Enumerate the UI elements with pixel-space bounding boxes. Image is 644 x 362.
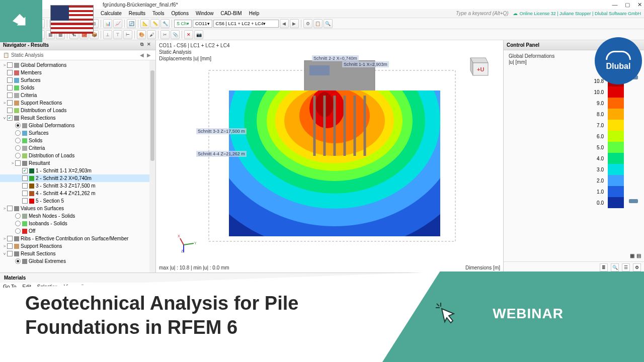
tree-item[interactable]: Members	[0, 69, 155, 76]
checkbox[interactable]	[7, 77, 13, 83]
tree-item[interactable]: Distribution of Loads	[0, 152, 155, 159]
radio[interactable]	[15, 258, 21, 264]
tree-item[interactable]: Criteria	[0, 144, 155, 152]
checkbox[interactable]	[22, 198, 28, 204]
tree-item[interactable]: >Values on Surfaces	[0, 205, 155, 212]
load-case-combo[interactable]: CO11 ▾	[193, 20, 212, 28]
checkbox[interactable]	[7, 243, 13, 249]
navigator-tree[interactable]: >Global DeformationsMembersSurfacesSolid…	[0, 60, 155, 273]
analysis-type-combo[interactable]: S Ch ▾	[174, 20, 192, 28]
tree-item[interactable]: Global Deformations	[0, 122, 155, 129]
tree-item[interactable]: 4 - Schnitt 4-4 Z=21,262 m	[0, 190, 155, 197]
tb-refresh-icon[interactable]: 🔄	[127, 19, 136, 28]
cp-gear-icon[interactable]: ⚙	[633, 263, 641, 272]
tree-item[interactable]: Global Extremes	[0, 257, 155, 265]
checkbox[interactable]	[7, 70, 13, 75]
tree-item[interactable]: vResult Sections	[0, 114, 155, 122]
checkbox[interactable]	[22, 175, 28, 181]
panel-pin-icon[interactable]: ⧉	[138, 42, 145, 49]
tree-item[interactable]: Criteria	[0, 92, 155, 99]
checkbox[interactable]	[7, 251, 13, 256]
viewport-3d[interactable]: CO11 - CS6 | LC1 + LC2 + LC4 Static Anal…	[156, 40, 503, 273]
tb-btn[interactable]: 🔧	[160, 19, 170, 28]
navigator-subheader[interactable]: 📋 Static Analysis ◀ ▶	[0, 50, 155, 60]
radio[interactable]	[15, 123, 21, 128]
checkbox[interactable]	[22, 168, 28, 173]
tb-btn[interactable]: 🎨	[137, 30, 146, 39]
checkbox[interactable]	[7, 236, 13, 241]
checkbox[interactable]	[7, 62, 13, 68]
menu-calculate[interactable]: Calculate	[101, 11, 122, 16]
menu-results[interactable]: Results	[129, 11, 145, 16]
cp-list-icon[interactable]: ≣	[600, 263, 608, 272]
tree-item[interactable]: Isobands - Solids	[0, 220, 155, 227]
close-icon[interactable]: ✕	[637, 2, 642, 8]
tree-item[interactable]: 2 - Schnitt 2-2 X=0,740m	[0, 174, 155, 182]
checkbox[interactable]	[15, 160, 21, 166]
radio[interactable]	[15, 221, 21, 226]
tb-btn[interactable]: 📐	[140, 19, 149, 28]
menu-cadbim[interactable]: CAD-BIM	[220, 11, 242, 16]
tree-item[interactable]: 3 - Schnitt 3-3 Z=17,500 m	[0, 182, 155, 190]
tree-item[interactable]: >Support Reactions	[0, 99, 155, 107]
checkbox[interactable]	[7, 100, 13, 106]
load-combination-combo[interactable]: CS6 | LC1 + LC2 + LC4 ▾	[213, 20, 279, 28]
menu-options[interactable]: Options	[171, 11, 188, 16]
tree-item[interactable]: 5 - Section 5	[0, 197, 155, 205]
tb-prev-icon[interactable]: ◀	[280, 19, 289, 28]
tree-item[interactable]: Solids	[0, 84, 155, 92]
nav-prev-icon[interactable]: ◀	[138, 52, 145, 58]
legend-min-slider[interactable]	[629, 199, 638, 203]
checkbox[interactable]	[7, 93, 13, 98]
tree-item[interactable]: Off	[0, 227, 155, 235]
tree-item[interactable]: >Support Reactions	[0, 242, 155, 250]
tb-btn[interactable]: ⊥	[103, 30, 112, 39]
tb-btn[interactable]: 🔍	[324, 19, 333, 28]
tb-btn[interactable]: 📈	[113, 19, 122, 28]
navigation-cube[interactable]: +U	[463, 50, 493, 80]
tb-btn[interactable]: ⊤	[113, 30, 122, 39]
tb-btn[interactable]: 🖌	[147, 30, 156, 39]
maximize-icon[interactable]: ▢	[625, 2, 630, 8]
checkbox[interactable]	[7, 85, 13, 90]
tb-btn[interactable]: ⚙	[303, 19, 312, 28]
tb-btn[interactable]: 📎	[171, 30, 180, 39]
checkbox[interactable]	[22, 183, 28, 189]
scrollbar[interactable]	[149, 60, 155, 273]
tree-item[interactable]: vResult Sections	[0, 250, 155, 257]
cp-search-icon[interactable]: 🔍	[611, 263, 619, 272]
cp-opt1-icon[interactable]: ▦	[630, 253, 634, 258]
tb-btn[interactable]: ⊢	[123, 30, 132, 39]
checkbox[interactable]	[7, 115, 13, 121]
tree-item[interactable]: >Global Deformations	[0, 61, 155, 69]
tree-item[interactable]: 1 - Schnitt 1-1 X=2,903m	[0, 167, 155, 174]
tree-item[interactable]: >Ribs - Effective Contribution on Surfac…	[0, 235, 155, 242]
tb-btn[interactable]: 📊	[103, 19, 112, 28]
tree-item[interactable]: Solids	[0, 137, 155, 144]
menu-window[interactable]: Window	[196, 11, 214, 16]
tb-next-icon[interactable]: ▶	[290, 19, 299, 28]
tree-item[interactable]: Surfaces	[0, 76, 155, 84]
checkbox[interactable]	[7, 108, 13, 113]
checkbox[interactable]	[22, 191, 28, 196]
radio[interactable]	[15, 138, 21, 143]
radio[interactable]	[15, 145, 21, 151]
tree-item[interactable]: Distribution of Loads	[0, 107, 155, 114]
tree-item[interactable]: >Resultant	[0, 159, 155, 167]
tb-btn[interactable]: 📋	[313, 19, 323, 28]
tb-btn[interactable]: 📏	[150, 19, 159, 28]
radio[interactable]	[15, 228, 21, 234]
tb-camera-icon[interactable]: 📷	[194, 30, 203, 39]
tree-item[interactable]: Mesh Nodes - Solids	[0, 212, 155, 220]
tb-btn[interactable]: ✂	[160, 30, 170, 39]
menu-help[interactable]: Help	[249, 11, 260, 16]
radio[interactable]	[15, 213, 21, 219]
radio[interactable]	[15, 130, 21, 136]
cp-bullets-icon[interactable]: ☰	[622, 263, 630, 272]
checkbox[interactable]	[7, 206, 13, 211]
nav-next-icon[interactable]: ▶	[145, 52, 152, 58]
tree-item[interactable]: Surfaces	[0, 129, 155, 137]
minimize-icon[interactable]: —	[612, 2, 617, 8]
panel-close-icon[interactable]: ✕	[145, 42, 152, 49]
radio[interactable]	[15, 153, 21, 158]
